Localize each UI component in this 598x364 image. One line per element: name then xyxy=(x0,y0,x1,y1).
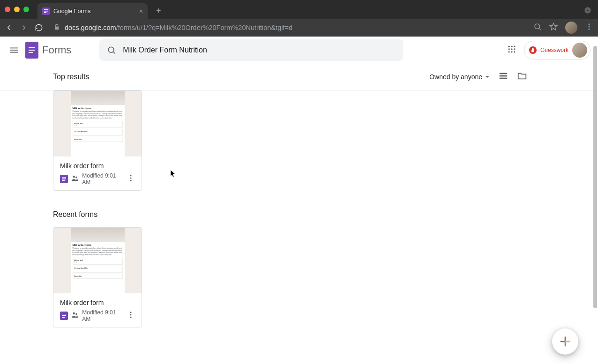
mac-minimize-button[interactable] xyxy=(14,7,20,12)
top-results-cards: Milk order form Welcome to our online or… xyxy=(53,90,545,191)
mac-maximize-button[interactable] xyxy=(23,7,29,12)
svg-point-24 xyxy=(73,176,75,178)
reload-button[interactable] xyxy=(35,23,43,32)
svg-rect-2 xyxy=(44,12,46,13)
svg-point-25 xyxy=(75,177,77,178)
owner-filter-label: Owned by anyone xyxy=(429,73,482,81)
card-modified: Modified 9:01 AM xyxy=(82,309,124,322)
card-thumbnail: Milk order form Welcome to our online or… xyxy=(53,91,142,156)
owner-filter-dropdown[interactable]: Owned by anyone xyxy=(429,73,490,81)
svg-point-11 xyxy=(109,47,114,52)
app-logo[interactable]: Forms xyxy=(25,42,71,59)
svg-point-16 xyxy=(511,48,512,50)
forms-favicon-icon xyxy=(42,7,50,15)
card-more-button[interactable] xyxy=(127,311,135,321)
svg-point-30 xyxy=(75,313,77,315)
bookmark-icon[interactable] xyxy=(549,22,558,33)
card-name: Milk order form xyxy=(60,162,135,170)
search-box[interactable] xyxy=(99,39,403,61)
forms-type-icon xyxy=(60,175,68,183)
app-header: Forms Guesswork xyxy=(0,37,598,63)
thumb-description: Welcome to our online order form where f… xyxy=(73,111,123,119)
svg-point-28 xyxy=(130,180,132,181)
mac-close-button[interactable] xyxy=(5,7,10,12)
thumb-title: Milk order form xyxy=(73,244,123,246)
tab-close-icon[interactable]: × xyxy=(139,7,143,15)
svg-point-13 xyxy=(511,45,512,47)
svg-point-19 xyxy=(511,51,512,52)
url-text: docs.google.com/forms/u/1/?q=Milk%20Orde… xyxy=(65,24,292,31)
results-toolbar: Top results Owned by anyone xyxy=(0,63,598,90)
lock-icon xyxy=(53,24,60,32)
back-button[interactable] xyxy=(5,23,13,32)
svg-point-15 xyxy=(508,48,509,50)
svg-point-17 xyxy=(514,48,515,50)
card-modified: Modified 9:01 AM xyxy=(82,172,124,186)
svg-point-32 xyxy=(130,314,132,316)
chrome-expand-icon[interactable] xyxy=(584,7,591,16)
svg-rect-1 xyxy=(44,11,48,12)
address-bar: docs.google.com/forms/u/1/?q=Milk%20Orde… xyxy=(0,19,598,37)
search-input[interactable] xyxy=(123,46,396,54)
content-area: Milk order form Welcome to our online or… xyxy=(0,90,598,364)
scrollbar[interactable] xyxy=(591,37,598,364)
url-input[interactable]: docs.google.com/forms/u/1/?q=Milk%20Orde… xyxy=(50,24,527,32)
svg-point-31 xyxy=(130,312,132,313)
section-title-top-results: Top results xyxy=(53,73,89,81)
folder-view-button[interactable] xyxy=(517,71,527,83)
tab-bar: Google Forms × + xyxy=(0,0,598,19)
svg-point-33 xyxy=(130,317,132,318)
profile-avatar[interactable] xyxy=(565,22,577,34)
card-footer: Milk order form Modified 9:01 AM xyxy=(53,293,142,327)
svg-point-5 xyxy=(589,23,590,25)
recent-forms-cards: Milk order form Welcome to our online or… xyxy=(53,227,545,327)
account-pill[interactable]: Guesswork xyxy=(524,41,591,59)
create-form-fab[interactable] xyxy=(552,328,578,355)
svg-rect-23 xyxy=(500,77,508,79)
svg-rect-8 xyxy=(10,47,18,48)
google-apps-icon[interactable] xyxy=(507,45,516,56)
shared-icon xyxy=(71,311,79,321)
tab-title: Google Forms xyxy=(53,8,135,15)
guesswork-label: Guesswork xyxy=(540,47,568,53)
svg-rect-21 xyxy=(500,73,508,74)
search-icon xyxy=(107,45,116,55)
thumb-title: Milk order form xyxy=(73,107,123,110)
svg-point-14 xyxy=(514,45,515,47)
guesswork-badge-icon xyxy=(529,46,537,54)
chrome-menu-icon[interactable] xyxy=(585,22,593,33)
svg-rect-10 xyxy=(10,52,18,52)
svg-point-6 xyxy=(589,26,590,28)
card-thumbnail: Milk order form Welcome to our online or… xyxy=(53,228,142,293)
list-view-button[interactable] xyxy=(498,71,508,83)
new-tab-button[interactable]: + xyxy=(156,6,161,16)
svg-point-27 xyxy=(130,178,132,179)
zoom-icon[interactable] xyxy=(533,22,542,33)
svg-rect-9 xyxy=(10,50,18,51)
svg-point-20 xyxy=(514,51,515,52)
main-menu-button[interactable] xyxy=(7,44,21,57)
svg-rect-22 xyxy=(500,75,508,76)
thumb-description: Welcome to our online order form where f… xyxy=(73,247,123,256)
svg-point-3 xyxy=(584,7,591,13)
svg-point-26 xyxy=(130,175,132,176)
card-name: Milk order form xyxy=(60,299,135,306)
account-avatar[interactable] xyxy=(572,43,587,58)
forms-logo-icon xyxy=(25,42,38,59)
svg-point-12 xyxy=(508,45,509,47)
form-card[interactable]: Milk order form Welcome to our online or… xyxy=(53,90,142,191)
chevron-down-icon xyxy=(485,74,490,79)
scrollbar-thumb[interactable] xyxy=(593,46,597,308)
form-card[interactable]: Milk order form Welcome to our online or… xyxy=(53,227,142,327)
svg-point-29 xyxy=(73,312,75,315)
browser-tab[interactable]: Google Forms × xyxy=(37,3,148,19)
svg-point-4 xyxy=(535,24,540,29)
card-more-button[interactable] xyxy=(127,174,135,184)
card-footer: Milk order form Modified 9:01 AM xyxy=(53,156,142,190)
forms-type-icon xyxy=(60,312,68,320)
forward-button[interactable] xyxy=(20,23,28,32)
plus-icon xyxy=(559,335,572,348)
svg-point-18 xyxy=(508,51,509,52)
svg-point-7 xyxy=(589,29,590,30)
section-title-recent-forms: Recent forms xyxy=(53,210,545,219)
